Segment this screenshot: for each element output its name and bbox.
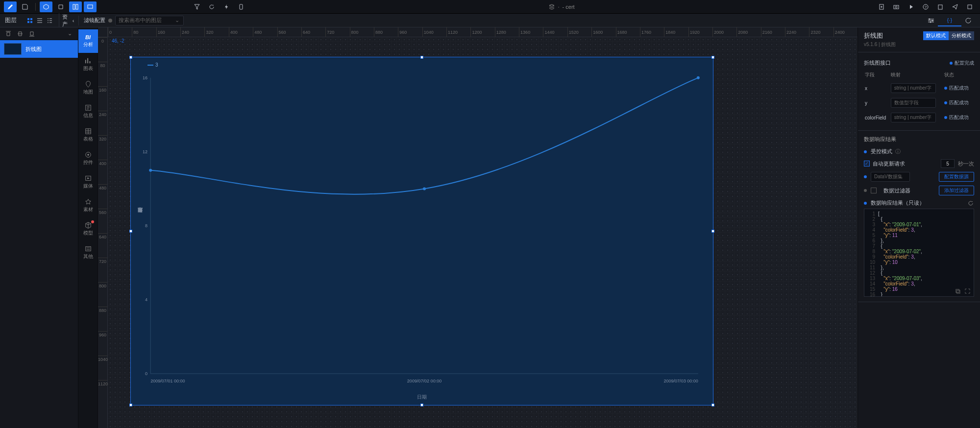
badge-dot: [91, 220, 94, 223]
svg-rect-12: [30, 18, 32, 20]
export-icon: [966, 3, 973, 10]
filter-checkbox[interactable]: [871, 188, 877, 193]
asset-cat-material[interactable]: 素材: [78, 194, 98, 217]
config-subtitle: v5.1.6 | 折线图: [864, 41, 974, 48]
layer-item-linechart[interactable]: 折线图: [0, 40, 78, 58]
color-mapping-input[interactable]: string | number字: [891, 113, 936, 122]
mobile-btn[interactable]: [235, 1, 247, 12]
play-btn[interactable]: [905, 1, 917, 12]
panel-tab-data[interactable]: {·}: [938, 15, 961, 26]
cube-btn[interactable]: [40, 1, 52, 12]
help-icon[interactable]: ⓘ: [894, 148, 901, 155]
outline-btn[interactable]: [54, 1, 67, 12]
clipboard-btn[interactable]: [934, 1, 947, 12]
controlled-mode-label: 受控模式: [871, 148, 892, 155]
asset-cat-control[interactable]: 控件: [78, 147, 98, 170]
resize-handle-tl[interactable]: [129, 56, 132, 59]
field-mapping-table: 字段映射状态 x string | number字 匹配成功 y 数值型字段 匹…: [864, 69, 974, 125]
layout-btn[interactable]: [69, 1, 82, 12]
svg-text:4: 4: [145, 297, 147, 302]
config-datasource-btn[interactable]: 配置数据源: [939, 172, 974, 182]
filter-label: 数据过滤器: [883, 187, 910, 194]
assets-label[interactable]: 资产 ‹: [59, 13, 78, 28]
asset-cat-map[interactable]: 地图: [78, 76, 98, 100]
expand-icon[interactable]: [964, 287, 971, 294]
canvas-search[interactable]: 搜索画布中的图层 ⌄: [115, 16, 184, 25]
top-toolbar: · - cert ?: [0, 0, 980, 14]
layer-view-list[interactable]: [35, 16, 44, 25]
auto-refresh-checkbox[interactable]: ✓: [864, 161, 870, 166]
snapshot-btn[interactable]: [890, 1, 903, 12]
ruler-corner: [98, 27, 108, 37]
mode-default-btn[interactable]: 默认模式: [923, 31, 949, 40]
auto-refresh-seconds[interactable]: [941, 159, 955, 168]
resize-handle-bl[interactable]: [129, 404, 132, 406]
mode-analysis-btn[interactable]: 分析模式: [949, 31, 974, 40]
cursor-coordinates: 46, -2: [112, 38, 124, 44]
refresh-btn[interactable]: [205, 1, 218, 12]
resize-handle-tr[interactable]: [711, 56, 714, 59]
linechart-component[interactable]: 3 系列对应值总和 04812162009/07/01 00:002009/07…: [130, 57, 713, 405]
svg-rect-0: [73, 4, 75, 9]
resize-handle-br[interactable]: [711, 404, 714, 406]
asset-cat-bi[interactable]: BI分析: [78, 29, 98, 53]
datasource-select[interactable]: DataV数据集: [871, 172, 910, 182]
save-icon: [22, 3, 28, 10]
align-bottom-icon[interactable]: [28, 30, 35, 37]
svg-rect-11: [27, 18, 29, 20]
add-filter-btn[interactable]: 添加过滤器: [939, 186, 974, 195]
refresh-icon[interactable]: [967, 200, 974, 207]
layers-icon: [548, 3, 555, 10]
asset-cat-other[interactable]: 其他: [78, 241, 98, 264]
asset-cat-info[interactable]: 信息: [78, 100, 98, 123]
panel-tab-settings[interactable]: [925, 15, 937, 26]
x-mapping-input[interactable]: string | number字: [891, 83, 936, 93]
copy-icon[interactable]: [954, 287, 961, 294]
api-title: 折线图接口: [864, 59, 891, 67]
info-icon: [85, 104, 92, 111]
media-icon: [85, 175, 92, 182]
resize-handle-b[interactable]: [420, 404, 423, 406]
export-btn[interactable]: [963, 1, 976, 12]
svg-text:?: ?: [925, 5, 927, 9]
chevron-down-icon[interactable]: ⌄: [66, 30, 73, 37]
columns-icon: [72, 3, 79, 10]
layer-view-tree[interactable]: [45, 16, 54, 25]
align-top-icon[interactable]: [5, 30, 12, 37]
asset-cat-table[interactable]: 表格: [78, 123, 98, 147]
filter-btn[interactable]: [191, 1, 203, 12]
camera-icon: [893, 3, 900, 10]
edit-mode-btn[interactable]: [4, 1, 17, 12]
resize-handle-l[interactable]: [129, 230, 132, 233]
y-mapping-input[interactable]: 数值型字段: [891, 98, 936, 108]
svg-text:2009/07/03 00:00: 2009/07/03 00:00: [663, 379, 698, 383]
asset-cat-media[interactable]: 媒体: [78, 170, 98, 194]
svg-text:16: 16: [143, 75, 147, 80]
bolt-icon: [223, 3, 230, 10]
new-btn[interactable]: [875, 1, 888, 12]
save-btn[interactable]: [19, 1, 31, 12]
resize-handle-t[interactable]: [420, 56, 423, 59]
svg-rect-36: [956, 289, 958, 292]
canvas[interactable]: 0801602403204004805606407208008809601040…: [98, 27, 858, 428]
funnel-icon: [194, 3, 200, 10]
svg-rect-13: [27, 21, 29, 23]
chart-legend: 3: [136, 60, 708, 68]
help-btn[interactable]: ?: [919, 1, 932, 12]
share-btn[interactable]: [949, 1, 961, 12]
asset-cat-model[interactable]: 模型: [78, 217, 98, 241]
asset-cat-chart[interactable]: 图表: [78, 53, 98, 76]
align-middle-icon[interactable]: [17, 30, 24, 37]
response-json-viewer[interactable]: 1[2 {3 "x": "2009-07-01",4 "colorField":…: [864, 209, 974, 297]
align-toolbar: ⌄: [0, 27, 78, 40]
bolt-btn[interactable]: [220, 1, 233, 12]
filter-status-dot: [108, 19, 112, 23]
resize-handle-r[interactable]: [711, 230, 714, 233]
device-btn[interactable]: [84, 1, 97, 12]
panel-tab-interact[interactable]: [962, 15, 974, 26]
ruler-vertical: 0801602403204004805606407208008809601040…: [98, 37, 108, 428]
map-icon: [85, 81, 92, 88]
layer-view-grid[interactable]: [25, 16, 34, 25]
svg-text:2009/07/02 00:00: 2009/07/02 00:00: [407, 379, 441, 383]
chart-xlabel: 日期: [136, 394, 708, 401]
